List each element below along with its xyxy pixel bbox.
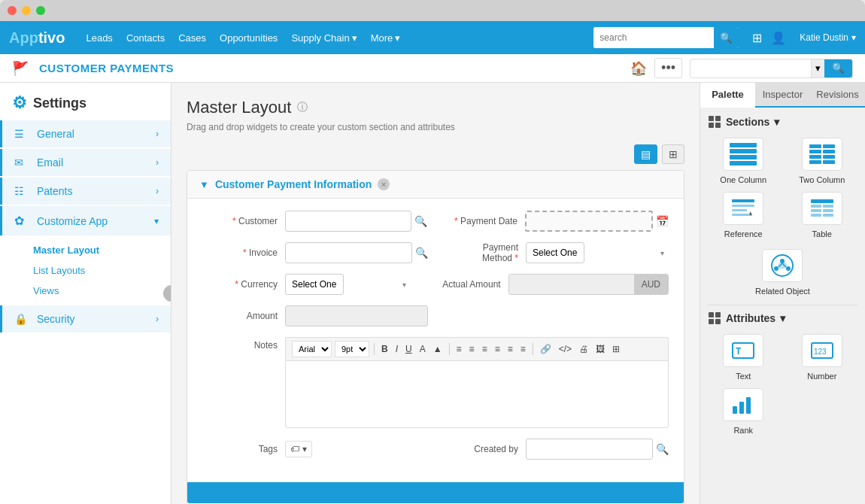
rte-table-button[interactable]: ⊞ bbox=[610, 343, 622, 355]
text-field-icon-box: T bbox=[723, 334, 763, 367]
arrow-icon: › bbox=[156, 314, 159, 324]
svg-point-17 bbox=[774, 266, 778, 271]
palette-item-one-column[interactable]: One Column bbox=[708, 138, 779, 184]
single-layout-button[interactable]: ▤ bbox=[634, 144, 657, 164]
calendar-icon[interactable]: 📅 bbox=[656, 215, 669, 227]
form-canvas: ▼ Customer Payment Information ✕ * Custo… bbox=[187, 170, 684, 504]
rte-link-button[interactable]: 🔗 bbox=[538, 343, 554, 355]
search-icon[interactable]: 🔍 bbox=[415, 247, 428, 259]
svg-rect-11 bbox=[811, 209, 821, 212]
payment-date-input[interactable] bbox=[525, 211, 653, 232]
sidebar-label-customize: Customize App bbox=[37, 215, 154, 227]
palette-item-rank-field[interactable]: Rank bbox=[708, 388, 779, 435]
one-column-icon-box bbox=[723, 138, 763, 171]
user-icon[interactable]: 👤 bbox=[771, 31, 786, 45]
nav-supply-chain[interactable]: Supply Chain ▾ bbox=[291, 32, 357, 44]
currency-wrap: Select One ▾ bbox=[285, 274, 411, 295]
sidebar-item-master-layout[interactable]: Master Layout bbox=[33, 240, 171, 260]
search-icon[interactable]: 🔍 bbox=[656, 443, 669, 455]
reference-icon bbox=[730, 195, 757, 222]
sidebar-item-email[interactable]: ✉ Email › bbox=[0, 149, 171, 176]
table-label: Table bbox=[812, 229, 832, 238]
rte-align-center[interactable]: ≡ bbox=[467, 343, 477, 355]
rte-code-button[interactable]: </> bbox=[557, 343, 574, 355]
subheader: 🚩 CUSTOMER PAYMENTS 🏠 ••• ▾ 🔍 bbox=[0, 54, 865, 83]
tab-palette[interactable]: Palette bbox=[700, 83, 755, 108]
sidebar-item-general[interactable]: ☰ General › bbox=[0, 120, 171, 147]
arrow-icon: ▾ bbox=[154, 216, 159, 226]
invoice-field-wrap: 🔍 bbox=[285, 242, 428, 263]
two-column-icon-box bbox=[802, 138, 842, 171]
currency-select[interactable]: Select One bbox=[285, 274, 344, 295]
actual-amount-input[interactable] bbox=[509, 275, 634, 294]
customer-input[interactable] bbox=[285, 211, 411, 232]
actual-amount-section: Actual Amount AUD bbox=[426, 274, 669, 295]
sidebar-item-security[interactable]: 🔒 Security › bbox=[0, 305, 171, 332]
more-options-button[interactable]: ••• bbox=[654, 58, 682, 78]
sidebar-item-customize-app[interactable]: ✿ Customize App ▾ bbox=[0, 206, 171, 235]
payment-method-select[interactable]: Select One bbox=[526, 242, 584, 263]
rte-ordered-list[interactable]: ≡ bbox=[518, 343, 528, 355]
nav-opportunities[interactable]: Opportunities bbox=[220, 32, 278, 44]
tab-inspector[interactable]: Inspector bbox=[755, 83, 810, 108]
general-icon: ☰ bbox=[14, 128, 29, 140]
svg-rect-21 bbox=[709, 312, 714, 317]
payment-method-label: PaymentMethod * bbox=[443, 242, 526, 263]
rte-image-button[interactable]: 🖼 bbox=[593, 343, 607, 355]
notes-textarea[interactable] bbox=[285, 360, 669, 428]
nav-contacts[interactable]: Contacts bbox=[126, 32, 165, 44]
section-toggle[interactable]: ▼ bbox=[199, 179, 209, 190]
rte-size-select[interactable]: 9pt bbox=[335, 341, 369, 357]
sidebar-item-views[interactable]: Views bbox=[33, 281, 171, 301]
svg-rect-7 bbox=[732, 214, 751, 216]
rte-bold-button[interactable]: B bbox=[379, 343, 390, 355]
invoice-input[interactable] bbox=[285, 242, 412, 263]
subheader-search-input[interactable] bbox=[690, 63, 811, 74]
svg-rect-22 bbox=[715, 312, 721, 317]
section-close-button[interactable]: ✕ bbox=[378, 178, 390, 190]
palette-item-reference[interactable]: Reference bbox=[708, 192, 779, 238]
close-btn[interactable] bbox=[8, 6, 17, 15]
tags-input[interactable]: 🏷 ▾ bbox=[285, 441, 312, 457]
main-container: ⚙ Settings ☰ General › ✉ Email › ☷ Paten… bbox=[0, 83, 865, 504]
rte-italic-button[interactable]: I bbox=[393, 343, 400, 355]
maximize-btn[interactable] bbox=[36, 6, 45, 15]
form-row-customer: * Customer 🔍 * Payment Date bbox=[202, 211, 669, 232]
rte-highlight-button[interactable]: ▲ bbox=[431, 343, 445, 355]
rte-color-button[interactable]: A bbox=[417, 343, 428, 355]
tag-icon: 🏷 bbox=[290, 444, 299, 454]
rte-list-button[interactable]: ≡ bbox=[505, 343, 515, 355]
grid-layout-button[interactable]: ⊞ bbox=[662, 144, 684, 164]
search-button[interactable]: 🔍 bbox=[714, 27, 739, 48]
palette-item-text-field[interactable]: T Text bbox=[708, 334, 779, 381]
grid-icon[interactable]: ⊞ bbox=[752, 31, 762, 45]
nav-more[interactable]: More ▾ bbox=[371, 32, 401, 44]
nav-cases[interactable]: Cases bbox=[178, 32, 206, 44]
panel-divider bbox=[708, 305, 857, 305]
home-icon[interactable]: 🏠 bbox=[630, 60, 647, 77]
nav-user-menu[interactable]: Katie Dustin ▾ bbox=[800, 32, 856, 43]
rte-font-select[interactable]: Arial bbox=[292, 341, 332, 357]
amount-input[interactable] bbox=[285, 305, 428, 326]
palette-item-two-column[interactable]: Two Column bbox=[787, 138, 858, 184]
rte-align-left[interactable]: ≡ bbox=[454, 343, 464, 355]
nav-icons: ⊞ 👤 bbox=[752, 31, 786, 45]
subheader-search-button[interactable]: 🔍 bbox=[824, 59, 852, 77]
tab-revisions[interactable]: Revisions bbox=[810, 83, 865, 108]
subheader-search-dropdown[interactable]: ▾ bbox=[811, 59, 824, 77]
sidebar-item-list-layouts[interactable]: List Layouts bbox=[33, 260, 171, 281]
rte-align-justify[interactable]: ≡ bbox=[493, 343, 502, 355]
created-by-input[interactable] bbox=[526, 439, 653, 460]
palette-item-related-object[interactable]: Related Object bbox=[755, 249, 810, 296]
search-icon[interactable]: 🔍 bbox=[414, 215, 427, 227]
sidebar-item-patents[interactable]: ☷ Patents › bbox=[0, 178, 171, 205]
rte-align-right[interactable]: ≡ bbox=[480, 343, 490, 355]
palette-item-number-field[interactable]: 123 Number bbox=[787, 334, 858, 381]
nav-leads[interactable]: Leads bbox=[86, 32, 112, 44]
search-input[interactable] bbox=[593, 27, 714, 48]
info-icon[interactable]: ⓘ bbox=[297, 101, 308, 114]
minimize-btn[interactable] bbox=[22, 6, 31, 15]
palette-item-table[interactable]: Table bbox=[787, 192, 858, 238]
rte-print-button[interactable]: 🖨 bbox=[577, 343, 590, 355]
rte-underline-button[interactable]: U bbox=[403, 343, 414, 355]
